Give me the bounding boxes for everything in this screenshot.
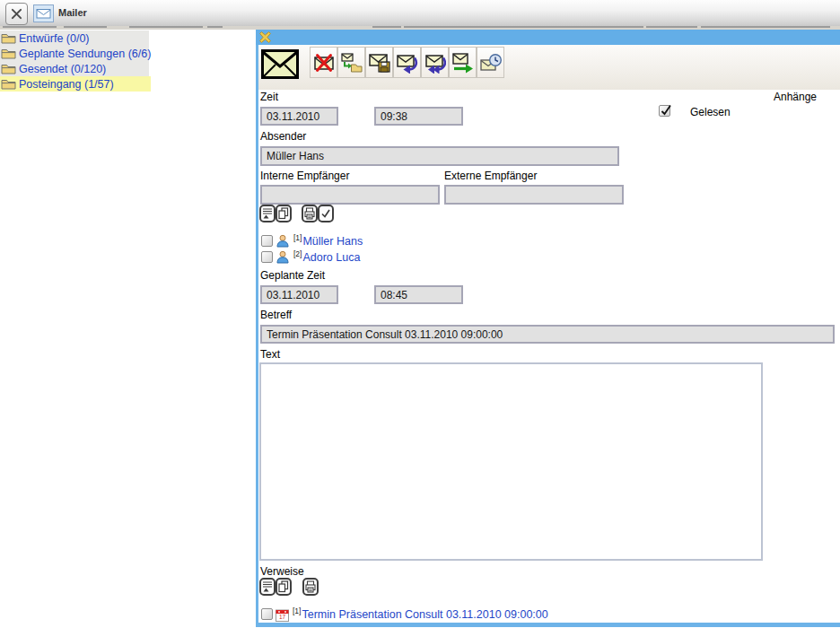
text-label: Text [260, 348, 280, 361]
tab-edge [129, 26, 203, 28]
mail-panel-titlebar [256, 30, 840, 45]
betreff-label: Betreff [260, 309, 292, 321]
folder-icon [1, 63, 16, 74]
folder-label: Posteingang (1/57) [19, 78, 114, 91]
zeit-label: Zeit [260, 91, 278, 103]
delete-mail-icon [313, 52, 335, 74]
schedule-send-button[interactable] [477, 47, 504, 78]
recipient-checkbox[interactable] [261, 235, 273, 247]
panel-close-icon[interactable] [259, 31, 271, 43]
print-icon [304, 207, 315, 220]
geplante-zeit-label: Geplante Zeit [260, 269, 325, 282]
interne-empfaenger-label: Interne Empfänger [260, 170, 349, 182]
move-to-folder-button[interactable] [337, 47, 365, 78]
schedule-send-icon [480, 52, 502, 74]
copy-icon [278, 580, 289, 593]
tab-edge [64, 26, 107, 28]
mail-panel-border-left [256, 45, 258, 627]
folder-item-posteingang[interactable]: Posteingang (1/57) [0, 76, 114, 92]
toolbar-button-row [310, 47, 504, 78]
reference-index: [1] [293, 606, 301, 615]
window-title: Mailer [58, 7, 87, 18]
forward-icon [452, 52, 474, 74]
reference-checkbox[interactable] [261, 608, 273, 620]
reply-all-button[interactable] [421, 47, 449, 78]
recipient-row: [2] Adoro Luca [261, 249, 360, 265]
person-icon [276, 250, 290, 264]
close-icon [6, 3, 27, 25]
mailer-envelope-icon [33, 4, 54, 22]
folder-item-gesendet[interactable]: Gesendet (0/120) [0, 61, 106, 76]
geplante-date-field[interactable] [260, 285, 338, 304]
forward-button[interactable] [449, 47, 477, 78]
window-titlebar: Mailer [0, 0, 840, 26]
tab-edge [701, 26, 830, 28]
tab-edge [207, 26, 223, 28]
reference-select-from-list-button[interactable] [259, 578, 276, 596]
mail-message-icon [261, 49, 299, 79]
folder-label: Entwürfe (0/0) [19, 32, 90, 45]
recipient-copy-button[interactable] [276, 205, 292, 222]
mail-toolbar [258, 45, 840, 90]
select-from-list-icon [262, 207, 273, 220]
tab-edge [646, 26, 697, 28]
recipient-checkbox[interactable] [261, 251, 273, 263]
gelesen-checkbox[interactable] [659, 105, 670, 117]
recipient-link[interactable]: Adoro Luca [302, 251, 360, 264]
mail-panel-border-bottom [256, 623, 840, 627]
folder-label: Geplante Sendungen (6/6) [19, 48, 151, 60]
window-close-button[interactable] [5, 3, 28, 25]
recipient-check-button[interactable] [318, 205, 334, 222]
verweise-label: Verweise [260, 565, 304, 578]
recipient-print-button[interactable] [302, 205, 318, 222]
tab-edge [372, 26, 401, 28]
reply-icon [397, 52, 418, 74]
text-area[interactable] [259, 362, 763, 561]
reply-button[interactable] [393, 47, 421, 78]
folder-label: Gesendet (0/120) [19, 63, 106, 75]
calendar-icon: 17 [276, 607, 289, 622]
person-icon [276, 234, 290, 248]
zeit-time-field[interactable] [374, 107, 463, 126]
recipient-index: [1] [293, 233, 302, 242]
recipient-index: [2] [293, 249, 302, 258]
tab-edge [404, 26, 643, 28]
geplante-time-field[interactable] [374, 285, 463, 304]
externe-empfaenger-field[interactable] [444, 185, 624, 205]
checkmark-icon [659, 103, 673, 117]
print-icon [305, 580, 316, 593]
move-to-folder-icon [341, 52, 363, 74]
recipient-link[interactable]: Müller Hans [302, 235, 363, 248]
select-from-list-icon [262, 580, 273, 593]
reply-all-icon [424, 52, 446, 74]
folder-item-entwuerfe[interactable]: Entwürfe (0/0) [0, 31, 90, 46]
absender-label: Absender [260, 130, 306, 143]
reference-link[interactable]: Termin Präsentation Consult 03.11.2010 0… [302, 608, 547, 621]
screen: Mailer Entwürfe (0/0) Geplante Sendunge [0, 0, 840, 628]
folder-icon [1, 48, 16, 59]
svg-text:17: 17 [279, 614, 286, 620]
folder-icon [1, 78, 16, 90]
tab-edge [3, 26, 57, 28]
folder-item-geplante-sendungen[interactable]: Geplante Sendungen (6/6) [0, 46, 151, 61]
interne-empfaenger-field[interactable] [260, 185, 440, 205]
reference-print-button[interactable] [302, 578, 319, 596]
folder-icon [1, 32, 16, 44]
externe-empfaenger-label: Externe Empfänger [444, 170, 537, 182]
check-icon [320, 207, 331, 220]
delete-mail-button[interactable] [310, 47, 337, 78]
save-mail-icon [369, 52, 390, 74]
save-mail-button[interactable] [365, 47, 393, 78]
recipient-row: [1] Müller Hans [261, 233, 363, 249]
gelesen-label: Gelesen [690, 106, 731, 118]
anhaenge-label: Anhänge [754, 91, 817, 103]
copy-icon [278, 207, 289, 220]
absender-field[interactable] [260, 146, 619, 166]
reference-row: 17 [1] Termin Präsentation Consult 03.11… [261, 606, 548, 622]
betreff-field[interactable] [260, 325, 835, 344]
zeit-date-field[interactable] [260, 107, 338, 126]
recipient-select-from-list-button[interactable] [259, 205, 276, 222]
reference-copy-button[interactable] [276, 578, 292, 596]
